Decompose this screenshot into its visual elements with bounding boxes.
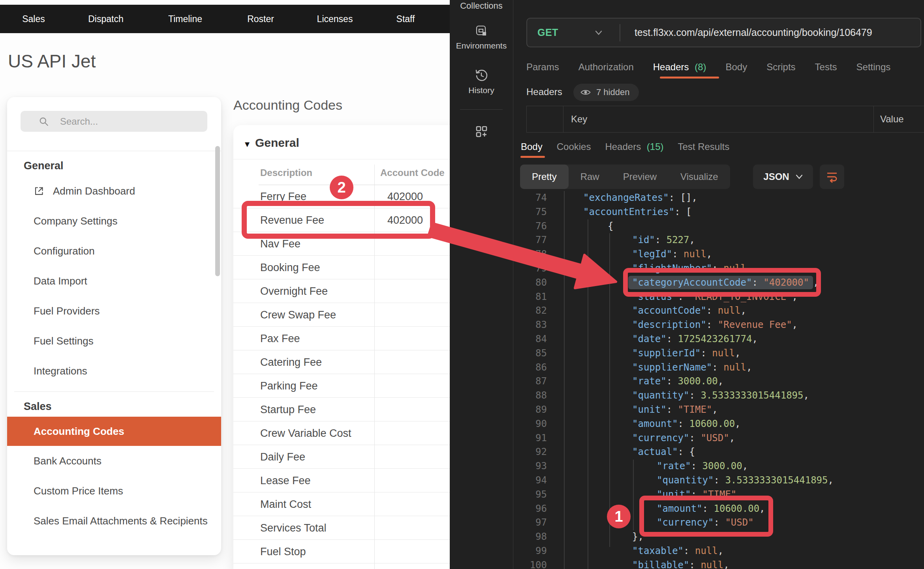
code-text: "currency": "USD" <box>547 516 754 530</box>
method-select[interactable]: GET <box>537 27 558 38</box>
sidebar-item-history[interactable]: History <box>450 86 513 95</box>
request-tab-tests[interactable]: Tests <box>815 62 837 73</box>
headers-section-label: Headers <box>526 86 562 97</box>
section-title-sales: Sales <box>24 401 221 413</box>
sidebar-item-admin-dashboard[interactable]: Admin Dashboard <box>7 176 221 206</box>
sidebar-item-label: Fuel Settings <box>34 335 94 347</box>
sidebar-item-integrations[interactable]: Integrations <box>7 356 221 386</box>
request-tab-body[interactable]: Body <box>726 62 747 73</box>
code-line: 79"flightNumber": null, <box>513 262 924 276</box>
sidebar-item-sales-email-attachments-recipients[interactable]: Sales Email Attachments & Recipients <box>7 506 221 536</box>
code-text: "amount": 10600.00, <box>547 417 741 431</box>
sidebar-item-label: Accounting Codes <box>34 425 124 438</box>
code-line: 88"quantity": 3.5333333015441895, <box>513 389 924 403</box>
sidebar-item-collections[interactable]: Collections <box>450 1 513 11</box>
line-number: 74 <box>513 191 547 205</box>
code-line: 92"actual": { <box>513 445 924 459</box>
format-label: JSON <box>763 171 789 182</box>
line-number: 94 <box>513 474 547 488</box>
nav-item-roster[interactable]: Roster <box>247 5 274 33</box>
section-title-general: General <box>24 160 221 172</box>
line-number: 82 <box>513 304 547 318</box>
view-mode-visualize[interactable]: Visualize <box>669 165 730 189</box>
row-description: Pax Fee <box>260 332 300 344</box>
eye-icon <box>580 88 591 96</box>
sidebar-item-environments[interactable]: Environments <box>450 41 513 51</box>
nav-item-sales[interactable]: Sales <box>22 5 45 33</box>
format-select[interactable]: JSON <box>753 165 813 189</box>
line-number: 91 <box>513 431 547 445</box>
nav-item-staff[interactable]: Staff <box>396 5 415 33</box>
annotation-badge-2: 2 <box>330 176 353 199</box>
sidebar-scrollbar[interactable] <box>215 146 220 276</box>
request-tab-settings[interactable]: Settings <box>856 62 891 73</box>
line-number: 76 <box>513 219 547 234</box>
view-mode-raw[interactable]: Raw <box>569 165 611 189</box>
response-tab-body[interactable]: Body <box>521 141 543 152</box>
divider <box>563 106 563 132</box>
nav-item-licenses[interactable]: Licenses <box>317 5 353 33</box>
line-number: 84 <box>513 332 547 346</box>
top-nav: SalesDispatchTimelineRosterLicensesStaff <box>0 5 513 33</box>
view-mode-preview[interactable]: Preview <box>611 165 669 189</box>
line-number: 86 <box>513 361 547 375</box>
code-text: "actual": { <box>547 445 695 459</box>
view-mode-pretty[interactable]: Pretty <box>520 165 569 189</box>
external-link-icon <box>34 186 44 197</box>
sidebar-item-label: Configuration <box>34 245 95 257</box>
line-number: 99 <box>513 544 547 558</box>
request-tab-params[interactable]: Params <box>526 62 559 73</box>
row-description: Catering Fee <box>260 356 322 368</box>
code-text: "flightNumber": null, <box>547 262 752 276</box>
response-body[interactable]: 74"exchangeRates": [],75"accountEntries"… <box>513 191 924 569</box>
indent-guide <box>588 219 588 569</box>
line-number: 96 <box>513 502 547 516</box>
divider <box>620 24 620 41</box>
response-tab-test-results[interactable]: Test Results <box>678 141 730 152</box>
response-tab-cookies[interactable]: Cookies <box>557 141 591 152</box>
fl3xx-app: SalesDispatchTimelineRosterLicensesStaff… <box>0 0 513 569</box>
request-tab-headers[interactable]: Headers (8) <box>653 62 706 73</box>
row-description: Crew Swap Fee <box>260 309 336 321</box>
request-tab-scripts[interactable]: Scripts <box>766 62 795 73</box>
collapse-caret-icon[interactable]: ▾ <box>245 139 250 149</box>
hidden-headers-toggle[interactable]: 7 hidden <box>573 84 639 101</box>
nav-item-timeline[interactable]: Timeline <box>168 5 202 33</box>
row-description: Fuel Stop <box>260 545 306 558</box>
code-line: 97"currency": "USD" <box>513 516 924 530</box>
tab-count: (15) <box>647 141 664 152</box>
sidebar-item-configuration[interactable]: Configuration <box>7 236 221 266</box>
headers-table: Key Value <box>526 106 924 133</box>
sidebar-item-fuel-providers[interactable]: Fuel Providers <box>7 296 221 326</box>
url-input[interactable]: test.fl3xx.com/api/external/accounting/b… <box>635 27 872 38</box>
chevron-down-icon[interactable] <box>595 30 603 36</box>
response-tab-headers[interactable]: Headers (15) <box>605 141 663 152</box>
selected-code: "categoryAccountCode": "402000" <box>628 276 813 289</box>
url-bar: GET test.fl3xx.com/api/external/accounti… <box>526 18 921 47</box>
line-number: 95 <box>513 488 547 502</box>
request-tab-authorization[interactable]: Authorization <box>578 62 634 73</box>
row-description: Parking Fee <box>260 380 318 392</box>
row-description: Startup Fee <box>260 403 316 416</box>
wrap-text-button[interactable] <box>820 165 844 189</box>
add-panel-icon[interactable] <box>474 124 489 140</box>
search-input[interactable]: Search... <box>21 111 207 132</box>
code-line: 91"currency": "USD", <box>513 431 924 445</box>
history-icon[interactable] <box>474 68 489 84</box>
group-title[interactable]: General <box>255 136 299 150</box>
code-line: 81"status": "READY_TO_INVOICE", <box>513 290 924 304</box>
sidebar-item-fuel-settings[interactable]: Fuel Settings <box>7 326 221 356</box>
code-line: 90"amount": 10600.00, <box>513 417 924 431</box>
sidebar-item-bank-accounts[interactable]: Bank Accounts <box>7 446 221 476</box>
code-text: "quantity": 3.5333333015441895, <box>547 389 809 403</box>
sidebar-item-custom-price-items[interactable]: Custom Price Items <box>7 476 221 506</box>
nav-item-dispatch[interactable]: Dispatch <box>88 5 123 33</box>
sidebar-item-company-settings[interactable]: Company Settings <box>7 206 221 236</box>
environments-icon[interactable] <box>474 24 488 39</box>
row-description: Overnight Fee <box>260 285 328 297</box>
code-text: "unit": "TIME", <box>547 403 718 417</box>
row-description: Services Total <box>260 522 327 534</box>
sidebar-item-accounting-codes[interactable]: Accounting Codes <box>7 417 221 446</box>
line-number: 89 <box>513 403 547 417</box>
sidebar-item-data-import[interactable]: Data Import <box>7 266 221 296</box>
